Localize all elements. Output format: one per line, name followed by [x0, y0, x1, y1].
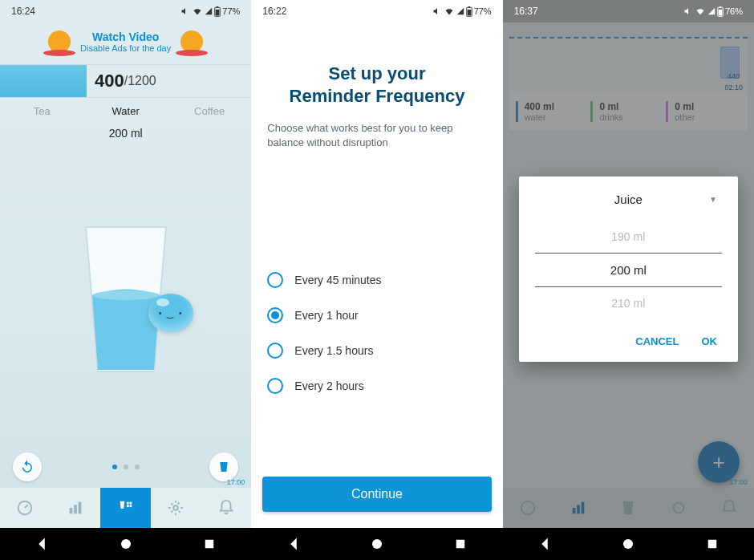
ad-title: Watch Video: [80, 30, 171, 43]
screen-main-tracker: 16:24 77% Watch Video Disable Ads for th…: [0, 0, 251, 560]
amount-picker[interactable]: 190 ml 200 ml 210 ml: [535, 221, 722, 319]
battery-percent: 76%: [725, 6, 743, 16]
ok-button[interactable]: OK: [701, 335, 717, 347]
page-indicator: [112, 465, 140, 469]
battery-percent: 77%: [474, 6, 492, 16]
setup-content: Set up your Reminder Frequency Choose wh…: [251, 22, 502, 528]
home-icon[interactable]: [119, 537, 133, 551]
radio-icon: [267, 378, 283, 394]
home-icon[interactable]: [370, 537, 384, 551]
dialog-actions: CANCEL OK: [535, 319, 722, 354]
status-icons: 77%: [432, 6, 492, 17]
tab-water[interactable]: Water: [83, 105, 167, 117]
chevron-down-icon: ▼: [709, 195, 717, 204]
option-45min[interactable]: Every 45 minutes: [267, 262, 486, 298]
water-mascot-icon: • ‿ •: [148, 294, 193, 332]
svg-rect-7: [79, 502, 82, 514]
option-label: Every 45 minutes: [294, 274, 381, 286]
dropdown-value: Juice: [614, 193, 643, 206]
status-bar: 16:37 76%: [503, 0, 754, 22]
radio-icon: [267, 272, 283, 288]
nav-stats[interactable]: [51, 488, 101, 528]
status-time: 16:37: [514, 6, 538, 17]
battery-icon: [717, 6, 724, 17]
android-system-nav: [251, 528, 502, 560]
nav-dashboard[interactable]: [0, 488, 51, 528]
picker-next[interactable]: 210 ml: [535, 287, 722, 319]
recent-icon[interactable]: [202, 537, 217, 551]
wifi-icon: [192, 6, 203, 16]
svg-point-3: [92, 290, 160, 300]
dot-1: [112, 465, 117, 469]
svg-rect-17: [467, 9, 471, 14]
svg-point-13: [121, 539, 131, 549]
progress-current: 400: [95, 71, 124, 91]
progress-text: 400 / 1200: [87, 65, 251, 97]
svg-rect-5: [70, 508, 73, 513]
drink-type-dropdown[interactable]: Juice ▼: [535, 193, 722, 221]
option-2hours[interactable]: Every 2 hours: [267, 368, 486, 404]
mascot-icon-left: [48, 30, 71, 53]
status-icons: 76%: [683, 6, 743, 17]
ad-text: Watch Video Disable Ads for the day: [80, 30, 171, 53]
svg-rect-11: [129, 505, 132, 507]
nav-reminders[interactable]: [201, 488, 252, 528]
svg-point-28: [623, 539, 633, 549]
screen-stats-dialog: 440 02.10 400 ml water 0 ml drinks 0 ml …: [503, 0, 754, 560]
tab-tea[interactable]: Tea: [0, 105, 83, 117]
ad-subtitle: Disable Ads for the day: [80, 43, 171, 53]
option-1-5hours[interactable]: Every 1.5 hours: [267, 333, 486, 368]
back-icon[interactable]: [286, 537, 301, 551]
progress-goal: 1200: [128, 74, 156, 88]
ad-banner[interactable]: Watch Video Disable Ads for the day: [0, 22, 251, 64]
back-icon[interactable]: [537, 537, 552, 551]
svg-rect-8: [127, 502, 129, 505]
recent-icon[interactable]: [453, 537, 468, 551]
nav-drink[interactable]: [100, 488, 151, 528]
svg-point-18: [372, 539, 382, 549]
status-time: 16:22: [262, 6, 286, 17]
svg-point-12: [174, 505, 179, 510]
glass-grid-icon: [117, 499, 135, 517]
option-label: Every 1 hour: [294, 309, 358, 322]
svg-rect-19: [456, 540, 465, 549]
undo-button[interactable]: [13, 452, 42, 481]
signal-icon: [456, 6, 464, 16]
svg-rect-1: [217, 6, 219, 7]
status-icons: 77%: [180, 6, 240, 17]
glass-visual[interactable]: • ‿ •: [0, 146, 251, 452]
option-label: Every 1.5 hours: [294, 344, 373, 357]
continue-button[interactable]: Continue: [262, 477, 491, 512]
nav-settings[interactable]: [151, 488, 201, 528]
screen-reminder-setup: 16:22 77% Set up your Reminder Frequency…: [251, 0, 502, 560]
bottom-nav: 17:00: [0, 488, 251, 528]
title-line-2: Reminder Frequency: [267, 85, 486, 108]
wifi-icon: [444, 6, 455, 16]
signal-icon: [707, 6, 715, 16]
picker-current[interactable]: 200 ml: [535, 253, 722, 287]
picker-prev[interactable]: 190 ml: [535, 221, 722, 253]
svg-rect-9: [129, 502, 132, 505]
mute-icon: [180, 6, 190, 16]
option-1hour[interactable]: Every 1 hour: [267, 298, 486, 333]
back-icon[interactable]: [34, 537, 49, 551]
cancel-button[interactable]: CANCEL: [635, 335, 679, 347]
svg-rect-21: [720, 6, 722, 7]
wifi-icon: [695, 6, 706, 16]
undo-icon: [20, 460, 34, 474]
mute-icon: [683, 6, 693, 16]
progress-bar: 400 / 1200: [0, 64, 251, 98]
battery-icon: [214, 6, 221, 17]
battery-icon: [466, 6, 472, 17]
dot-2: [124, 465, 128, 469]
svg-rect-10: [127, 505, 129, 507]
recent-icon[interactable]: [705, 537, 720, 551]
next-reminder-time: 17:00: [227, 478, 245, 486]
svg-rect-14: [205, 540, 214, 549]
home-icon[interactable]: [621, 537, 635, 551]
drink-tabs: Tea Water Coffee: [0, 98, 251, 124]
tab-coffee[interactable]: Coffee: [168, 105, 251, 117]
status-bar: 16:24 77%: [0, 0, 251, 22]
radio-icon: [267, 307, 283, 323]
cup-button[interactable]: [209, 452, 238, 481]
